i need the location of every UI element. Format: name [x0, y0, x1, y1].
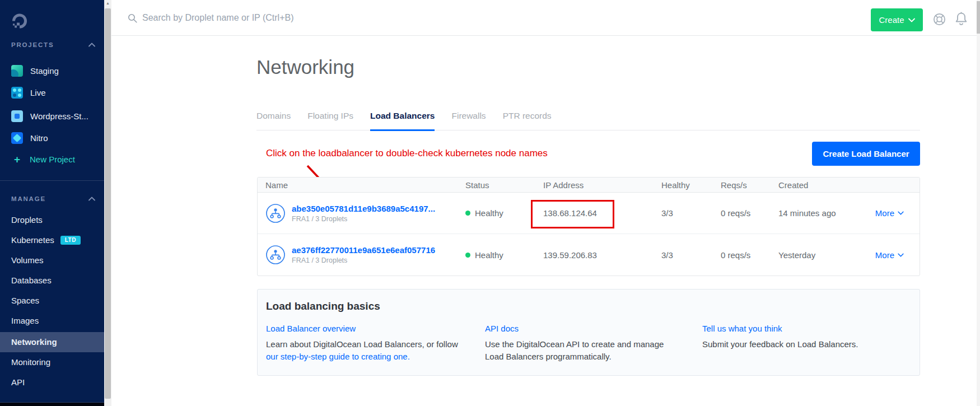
basics-title: Load balancing basics [266, 300, 380, 312]
load-balancer-icon [265, 245, 286, 265]
col-header-status: Status [465, 180, 543, 190]
sidebar-divider [0, 180, 104, 181]
table-row[interactable]: ae376ff22770011e9a651e6eaf057716 FRA1 / … [258, 234, 920, 276]
api-docs-link[interactable]: API docs [485, 324, 519, 333]
sidebar-item-networking[interactable]: Networking [0, 332, 104, 352]
project-label: Wordpress-St... [30, 111, 88, 121]
manage-section-label: MANAGE [11, 195, 46, 202]
col-header-healthy: Healthy [661, 180, 721, 190]
basics-text: Learn about DigitalOcean Load Balancers,… [266, 339, 458, 349]
sidebar-item-kubernetes[interactable]: Kubernetes LTD [0, 230, 104, 250]
lb-name-link[interactable]: abe350e05781d11e9b3689a5c4197... [292, 204, 435, 213]
lb-overview-link[interactable]: Load Balancer overview [266, 324, 356, 333]
main-content: Create Networking Domains Floating IPs L… [111, 0, 980, 406]
ip-address: 139.59.206.83 [543, 250, 661, 260]
sidebar-item-api[interactable]: API [0, 372, 104, 393]
projects-section-header[interactable]: PROJECTS [11, 41, 95, 48]
page-title: Networking [256, 56, 354, 78]
tab-domains[interactable]: Domains [256, 111, 291, 130]
created-at: 14 minutes ago [778, 208, 863, 218]
col-header-name: Name [258, 180, 465, 190]
plus-icon: + [11, 154, 23, 165]
feedback-link[interactable]: Tell us what you think [702, 324, 782, 333]
project-icon-nitro [11, 132, 23, 144]
scroll-up-arrow-icon[interactable]: ▲ [104, 1, 111, 5]
ltd-badge: LTD [60, 236, 81, 245]
topbar: Create [111, 0, 980, 36]
tab-load-balancers[interactable]: Load Balancers [370, 111, 435, 130]
scrollbar-thumb[interactable] [977, 1, 980, 34]
col-header-ip: IP Address [543, 180, 661, 190]
search-icon [128, 13, 137, 23]
scrollbar-thumb[interactable] [105, 8, 111, 399]
lb-name-link[interactable]: ae376ff22770011e9a651e6eaf057716 [292, 245, 435, 255]
sidebar-item-volumes[interactable]: Volumes [0, 250, 104, 270]
sidebar-item-droplets[interactable]: Droplets [0, 210, 104, 230]
sidebar-item-images[interactable]: Images [0, 311, 104, 331]
bell-icon[interactable] [954, 11, 968, 29]
sidebar-item-monitoring[interactable]: Monitoring [0, 352, 104, 372]
new-project-label: New Project [30, 155, 75, 164]
healthy-count: 3/3 [661, 208, 721, 218]
annotation-text: Click on the loadbalancer to double-chec… [266, 148, 548, 159]
sidebar-bottom-strip [0, 403, 104, 406]
load-balancing-basics-panel: Load balancing basics Load Balancer over… [257, 289, 920, 376]
chevron-up-icon [88, 197, 95, 201]
basics-column-overview: Load Balancer overview Learn about Digit… [266, 324, 485, 363]
basics-text: Submit your feedback on Load Balancers. [702, 338, 858, 351]
sidebar-project-live[interactable]: Live [11, 85, 46, 100]
lb-meta: FRA1 / 3 Droplets [292, 256, 435, 264]
page-scrollbar[interactable] [977, 0, 980, 406]
created-at: Yesterday [778, 250, 863, 260]
more-button[interactable]: More [863, 208, 920, 218]
create-load-balancer-button[interactable]: Create Load Balancer [812, 142, 920, 166]
basics-text: Use the DigitalOcean API to create and m… [485, 338, 684, 363]
status-text: Healthy [475, 250, 503, 260]
sidebar-project-nitro[interactable]: Nitro [11, 130, 48, 146]
sidebar-project-wordpress[interactable]: Wordpress-St... [11, 108, 88, 124]
step-by-step-guide-link[interactable]: our step-by-step guide to creating one. [266, 351, 465, 363]
help-icon[interactable] [932, 12, 946, 29]
search-input[interactable] [142, 13, 383, 23]
project-icon-wordpress [11, 110, 23, 122]
chevron-up-icon [88, 43, 95, 47]
status-dot [465, 253, 470, 258]
sidebar-project-staging[interactable]: Staging [11, 63, 59, 78]
project-icon-live [11, 87, 23, 99]
tab-ptr-records[interactable]: PTR records [503, 111, 552, 130]
tab-floating-ips[interactable]: Floating IPs [307, 111, 353, 130]
projects-section-label: PROJECTS [11, 41, 54, 48]
tab-firewalls[interactable]: Firewalls [451, 111, 486, 130]
project-label: Staging [30, 66, 59, 76]
new-project-button[interactable]: + New Project [11, 151, 75, 167]
status-dot [465, 211, 470, 216]
reqs-per-sec: 0 reqs/s [721, 208, 778, 218]
table-header-row: Name Status IP Address Healthy Reqs/s Cr… [258, 178, 920, 193]
manage-section-header[interactable]: MANAGE [11, 195, 95, 202]
basics-column-api: API docs Use the DigitalOcean API to cre… [485, 324, 702, 363]
chevron-down-icon [898, 253, 904, 257]
sidebar-scrollbar[interactable]: ▲ [104, 0, 111, 406]
sidebar-item-spaces[interactable]: Spaces [0, 291, 104, 311]
reqs-per-sec: 0 reqs/s [721, 250, 778, 260]
basics-column-feedback: Tell us what you think Submit your feedb… [702, 324, 858, 363]
chevron-down-icon [908, 18, 915, 22]
project-icon-staging [11, 65, 23, 77]
load-balancer-icon [265, 203, 286, 223]
sidebar-item-databases[interactable]: Databases [0, 270, 104, 291]
digitalocean-logo[interactable] [11, 12, 29, 30]
tab-bar: Domains Floating IPs Load Balancers Fire… [256, 111, 920, 130]
more-button[interactable]: More [863, 250, 920, 260]
col-header-created: Created [778, 180, 863, 190]
sidebar: PROJECTS Staging Live Wordpress-St... Ni… [0, 0, 104, 406]
healthy-count: 3/3 [661, 250, 721, 260]
chevron-down-icon [898, 211, 904, 215]
annotation-highlight-box [531, 200, 614, 228]
project-label: Nitro [30, 133, 48, 143]
create-button[interactable]: Create [871, 8, 923, 31]
status-text: Healthy [475, 208, 503, 218]
lb-meta: FRA1 / 3 Droplets [292, 215, 435, 223]
project-label: Live [30, 88, 46, 97]
col-header-reqs: Reqs/s [721, 180, 778, 190]
